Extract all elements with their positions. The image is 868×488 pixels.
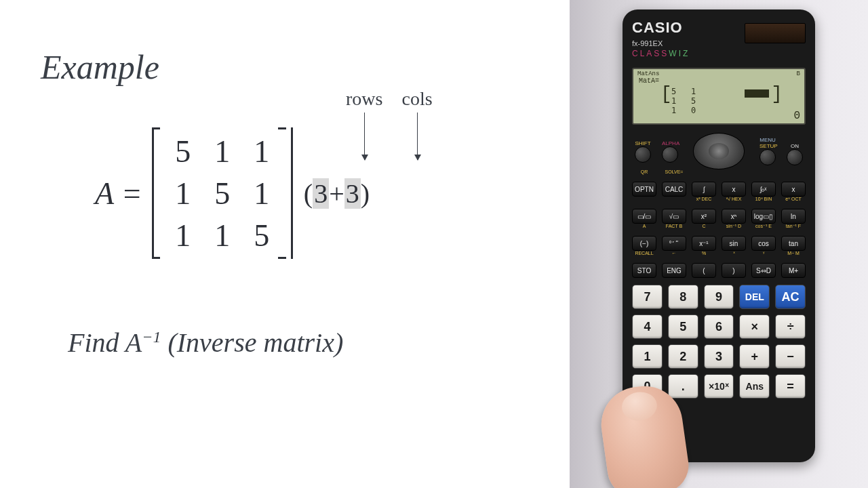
matrix-dimensions: (3+3) bbox=[304, 178, 370, 209]
dim-cols: 3 bbox=[344, 178, 361, 209]
fn-sublabel: A bbox=[632, 224, 656, 229]
fn-sublabel bbox=[692, 169, 716, 175]
arrow-down-icon bbox=[417, 113, 418, 160]
fn-sublabel: RECALL bbox=[632, 251, 656, 256]
num-key-[interactable]: − bbox=[775, 344, 806, 369]
example-panel: Example rows cols A = 5 1 1 1 5 1 1 1 5 … bbox=[0, 0, 570, 488]
on-label: ON bbox=[787, 143, 803, 149]
fn-key-[interactable]: ( bbox=[692, 263, 716, 278]
matrix-cell: 1 bbox=[242, 130, 281, 172]
num-key-ans[interactable]: Ans bbox=[739, 374, 770, 399]
fn-key-[interactable]: (−) bbox=[632, 236, 656, 251]
num-key-[interactable]: . bbox=[668, 374, 698, 399]
dpad-button[interactable] bbox=[693, 133, 745, 169]
matrix-equation: A = 5 1 1 1 5 1 1 1 5 (3+3) bbox=[95, 127, 529, 259]
fn-sublabel: C bbox=[692, 224, 716, 229]
lcd-matrix-label: MatA= bbox=[639, 77, 659, 85]
num-key-8[interactable]: 8 bbox=[668, 285, 698, 309]
num-key-3[interactable]: 3 bbox=[704, 344, 734, 369]
fn-sublabel: SOLVE= bbox=[662, 169, 686, 175]
num-key-[interactable]: × bbox=[739, 314, 770, 339]
num-key-1[interactable]: 1 bbox=[632, 344, 663, 369]
fn-sublabel: x³ DEC bbox=[692, 197, 716, 202]
menu-label: MENU bbox=[760, 137, 776, 143]
fn-key-tan[interactable]: tan bbox=[781, 236, 806, 251]
task-statement: Find A−1 (Inverse matrix) bbox=[68, 327, 529, 359]
matrix-cell: 5 bbox=[203, 172, 242, 214]
num-key-10[interactable]: ×10ˣ bbox=[704, 374, 734, 399]
fn-sublabel: QR bbox=[632, 169, 656, 175]
fn-key-sd[interactable]: S⇔D bbox=[751, 263, 776, 278]
num-key-[interactable]: = bbox=[775, 374, 806, 399]
shift-label: SHIFT bbox=[635, 140, 651, 146]
shift-button[interactable] bbox=[635, 146, 651, 163]
lcd-corner-value: 0 bbox=[793, 110, 800, 122]
fn-key-m[interactable]: M+ bbox=[781, 263, 806, 278]
rows-label: rows bbox=[346, 88, 382, 110]
task-exponent: −1 bbox=[142, 328, 161, 346]
matrix-name: A bbox=[95, 176, 113, 211]
fn-key-cos[interactable]: cos bbox=[751, 236, 776, 251]
matrix-cell: 1 bbox=[242, 172, 281, 214]
fn-sublabel: FACT B bbox=[662, 224, 686, 229]
num-key-del[interactable]: DEL bbox=[739, 285, 770, 309]
matrix-A: 5 1 1 1 5 1 1 1 5 bbox=[152, 127, 293, 259]
fn-sublabel: 10ˣ BIN bbox=[751, 197, 776, 202]
fn-key-x[interactable]: x² bbox=[692, 209, 716, 224]
fn-key-[interactable]: °ʼ ʺ bbox=[662, 236, 686, 251]
num-key-9[interactable]: 9 bbox=[704, 285, 734, 309]
fn-key-x[interactable]: xⁿ bbox=[722, 209, 746, 224]
fn-key-[interactable]: √▭ bbox=[662, 209, 686, 224]
fn-key-x[interactable]: x⁻¹ bbox=[692, 236, 716, 251]
page-title: Example bbox=[41, 47, 529, 87]
fn-key-[interactable]: ) bbox=[722, 263, 746, 278]
matrix-cell: 1 bbox=[163, 214, 203, 256]
fn-key-log[interactable]: log▭▯ bbox=[751, 209, 776, 224]
fn-key-optn[interactable]: OPTN bbox=[632, 182, 656, 197]
dimension-annotations: rows cols bbox=[346, 88, 433, 160]
num-key-7[interactable]: 7 bbox=[632, 285, 663, 309]
fn-sublabel bbox=[662, 197, 686, 202]
num-key-[interactable]: ÷ bbox=[775, 314, 806, 339]
fn-sublabel: cos⁻¹ E bbox=[751, 224, 776, 229]
matrix-cell: 1 bbox=[203, 214, 242, 256]
fn-sublabel: ʸ bbox=[751, 251, 776, 256]
matrix-cell: 5 bbox=[242, 214, 281, 256]
num-key-ac[interactable]: AC bbox=[775, 285, 806, 309]
fn-key-eng[interactable]: ENG bbox=[662, 263, 686, 278]
setup-label: SETUP bbox=[760, 143, 778, 149]
fn-key-sto[interactable]: STO bbox=[632, 263, 656, 278]
calculator-photo: CASIO fx-991EX CLASSWIZ MatAnsB MatA= [ … bbox=[570, 0, 868, 488]
num-key-4[interactable]: 4 bbox=[632, 314, 663, 339]
fn-key-ln[interactable]: ln bbox=[781, 209, 806, 224]
task-prefix: Find bbox=[68, 327, 125, 358]
fn-key-[interactable]: ∫ bbox=[692, 182, 716, 197]
matrix-cell: 1 bbox=[163, 172, 203, 214]
fn-key-calc[interactable]: CALC bbox=[662, 182, 686, 197]
fn-key-[interactable]: ▭/▭ bbox=[632, 209, 656, 224]
on-button[interactable] bbox=[787, 149, 803, 165]
num-key-6[interactable]: 6 bbox=[704, 314, 734, 339]
fn-key-x[interactable]: x bbox=[722, 182, 746, 197]
alpha-button[interactable] bbox=[662, 146, 678, 163]
num-key-5[interactable]: 5 bbox=[668, 314, 698, 339]
lcd-matrix-values: 5 1 1 5 1 0 bbox=[671, 87, 696, 115]
lcd-screen: MatAnsB MatA= [ 5 1 1 5 1 0 ] 0 bbox=[632, 68, 806, 125]
lcd-status-right: B bbox=[797, 70, 800, 77]
fn-sublabel: % bbox=[692, 251, 716, 256]
fn-sublabel bbox=[781, 169, 806, 175]
num-key-[interactable]: + bbox=[739, 344, 770, 369]
fn-key-x[interactable]: x bbox=[781, 182, 806, 197]
menu-button[interactable] bbox=[760, 149, 776, 165]
matrix-cell: 5 bbox=[163, 130, 203, 172]
num-key-2[interactable]: 2 bbox=[668, 344, 698, 369]
cols-label: cols bbox=[401, 88, 432, 110]
matrix-cell: 1 bbox=[203, 130, 242, 172]
fn-key-sin[interactable]: sin bbox=[722, 236, 746, 251]
fn-sublabel bbox=[722, 169, 746, 175]
fn-sublabel: M− M bbox=[781, 251, 806, 256]
lcd-status-left: MatAns bbox=[637, 70, 659, 77]
fn-sublabel bbox=[751, 169, 776, 175]
task-var: A bbox=[125, 327, 142, 358]
fn-key-[interactable]: ∫₀ᵡ bbox=[751, 182, 776, 197]
